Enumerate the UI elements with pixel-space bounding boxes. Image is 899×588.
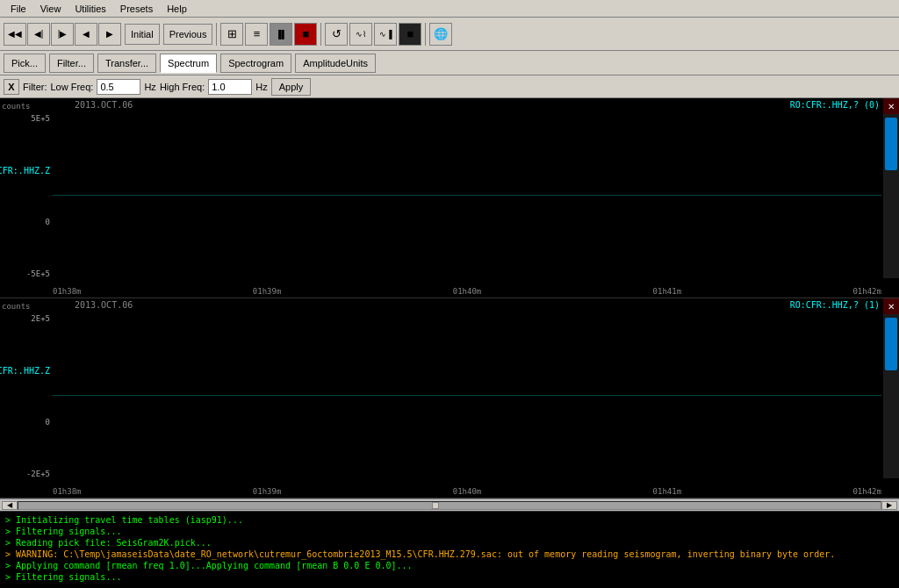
fwd-icon[interactable]: ▶	[98, 23, 121, 46]
menu-utilities[interactable]: Utilities	[68, 3, 112, 15]
time-axis-2: 01h38m 01h39m 01h40m 01h41m 01h42m	[53, 487, 881, 496]
console-line-4: > Applying command [rmean freq 1.0]...Ap…	[5, 560, 894, 571]
apply-button[interactable]: Apply	[271, 78, 312, 96]
hscroll-left[interactable]: ◀	[2, 501, 18, 510]
pick-icon[interactable]: ▐▌	[270, 23, 292, 46]
time-tick-2-4: 01h42m	[852, 487, 881, 496]
hscroll-track[interactable]	[18, 501, 881, 510]
time-tick-1-4: 01h42m	[852, 287, 881, 296]
misc-icons: 🌐	[425, 23, 452, 46]
y-val-mid-2: 0	[6, 418, 50, 427]
waveform-panels: counts 2013.OCT.06 RO:CFR:.HHZ,? (0) ✕ 5…	[0, 98, 899, 588]
wave-channel-tr-1: RO:CFR:.HHZ,? (0)	[790, 100, 880, 110]
y-val-mid-1: 0	[6, 218, 50, 226]
waveform-panel-2: counts 2013.OCT.06 RO:CFR:.HHZ,? (1) ✕ 2…	[0, 298, 899, 498]
time-tick-1-0: 01h38m	[53, 287, 82, 296]
tab-amplitude-units[interactable]: AmplitudeUnits	[295, 54, 376, 73]
previous-button[interactable]: Previous	[163, 24, 213, 45]
console-panel: > Initializing travel time tables (iasp9…	[0, 511, 899, 588]
channel-label-1: RO:CFR:.HHZ.Z	[0, 166, 50, 176]
tab-toolbar: Pick... Filter... Transfer... Spectrum S…	[0, 51, 899, 75]
playback-icons: ↺ ∿⌇ ∿▐ ■	[320, 23, 421, 46]
hz1-label: Hz	[144, 82, 155, 92]
grid-icon[interactable]: ⊞	[220, 23, 243, 46]
tab-transfer[interactable]: Transfer...	[97, 54, 156, 73]
time-tick-2-1: 01h39m	[253, 487, 282, 496]
filter-bar: X Filter: Low Freq: Hz High Freq: Hz App…	[0, 75, 899, 98]
waveform-panel-1: counts 2013.OCT.06 RO:CFR:.HHZ,? (0) ✕ 5…	[0, 98, 899, 298]
console-line-1: > Filtering signals...	[5, 526, 894, 537]
step-back-icon[interactable]: ◀|	[27, 23, 50, 46]
panel-close-1[interactable]: ✕	[883, 98, 899, 114]
menubar: File View Utilities Presets Help	[0, 0, 899, 18]
filter-text-label: Filter:	[23, 82, 47, 92]
menu-presets[interactable]: Presets	[113, 3, 160, 15]
tab-filter[interactable]: Filter...	[49, 54, 94, 73]
vscroll-1[interactable]	[883, 114, 899, 278]
horizontal-scrollbar[interactable]: ◀ ▶	[0, 498, 899, 511]
time-axis-1: 01h38m 01h39m 01h40m 01h41m 01h42m	[53, 287, 881, 296]
tab-pick[interactable]: Pick...	[4, 54, 46, 73]
undo-icon[interactable]: ↺	[325, 23, 348, 46]
time-tick-1-1: 01h39m	[253, 287, 282, 296]
hz2-label: Hz	[255, 82, 267, 92]
hscroll-thumb[interactable]	[432, 502, 439, 509]
step-fwd-icon[interactable]: |▶	[51, 23, 74, 46]
time-tick-2-3: 01h41m	[653, 487, 682, 496]
high-freq-label: High Freq:	[160, 82, 205, 92]
low-freq-label: Low Freq:	[51, 82, 94, 92]
wave-channel-tr-2: RO:CFR:.HHZ,? (1)	[790, 300, 880, 310]
view-icons: ⊞ ≡ ▐▌ ■	[216, 23, 317, 46]
initial-button[interactable]: Initial	[125, 24, 160, 45]
high-freq-input[interactable]	[208, 79, 252, 95]
y-val-bot-2: -2E+5	[6, 470, 50, 478]
filter-close-button[interactable]: X	[4, 79, 19, 95]
wave-icon[interactable]: ∿▐	[374, 23, 397, 46]
time-tick-1-2: 01h40m	[453, 287, 482, 296]
y-val-top-1: 5E+5	[6, 114, 50, 123]
y-axis-label-1: counts	[2, 102, 31, 111]
dark-icon[interactable]: ■	[399, 23, 421, 46]
globe-icon[interactable]: 🌐	[429, 23, 452, 46]
tab-spectrogram[interactable]: Spectrogram	[220, 54, 291, 73]
console-line-3: > WARNING: C:\Temp\jamaseisData\date_RO_…	[5, 549, 894, 560]
vscroll-2[interactable]	[883, 314, 899, 478]
y-val-top-2: 2E+5	[6, 314, 50, 323]
time-tick-2-2: 01h40m	[453, 487, 482, 496]
low-freq-input[interactable]	[97, 79, 140, 95]
main-content: counts 2013.OCT.06 RO:CFR:.HHZ,? (0) ✕ 5…	[0, 98, 899, 588]
waveform-svg-1	[53, 112, 881, 278]
tab-spectrum[interactable]: Spectrum	[160, 54, 217, 73]
console-line-2: > Reading pick file: SeisGram2K.pick...	[5, 537, 894, 549]
rewind-icon[interactable]: ◀◀	[4, 23, 26, 46]
y-axis-label-2: counts	[2, 302, 31, 311]
hscroll-right[interactable]: ▶	[881, 501, 897, 510]
panel-close-2[interactable]: ✕	[883, 298, 899, 314]
waveform-svg-2	[53, 312, 881, 478]
console-line-0: > Initializing travel time tables (iasp9…	[5, 514, 894, 526]
menu-help[interactable]: Help	[160, 3, 194, 15]
menu-view[interactable]: View	[33, 3, 68, 15]
spectrum-icon[interactable]: ∿⌇	[349, 23, 372, 46]
wave-date-1: 2013.OCT.06	[75, 100, 133, 110]
list-icon[interactable]: ≡	[245, 23, 268, 46]
channel-label-2: RO:CFR:.HHZ.Z	[0, 366, 50, 376]
y-val-bot-1: -5E+5	[6, 269, 50, 278]
menu-file[interactable]: File	[4, 3, 33, 15]
record-icon[interactable]: ■	[294, 23, 317, 46]
wave-date-2: 2013.OCT.06	[75, 300, 133, 310]
time-tick-2-0: 01h38m	[53, 487, 82, 496]
time-tick-1-3: 01h41m	[653, 287, 682, 296]
main-toolbar: ◀◀ ◀| |▶ ◀ ▶ Initial Previous ⊞ ≡ ▐▌ ■ ↺…	[0, 18, 899, 51]
console-line-5: > Filtering signals...	[5, 571, 894, 583]
back-icon[interactable]: ◀	[75, 23, 97, 46]
